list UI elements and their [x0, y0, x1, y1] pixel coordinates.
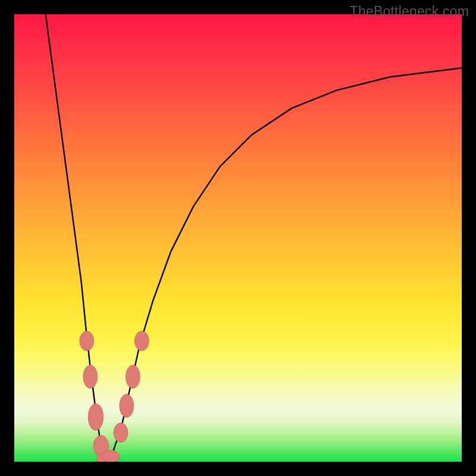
- curve-bead-9: [134, 331, 149, 351]
- curve-bead-6: [114, 423, 128, 443]
- curve-bead-8: [126, 365, 140, 389]
- outer-frame: TheBottleneck.com: [0, 0, 476, 476]
- curve-bead-2: [88, 403, 104, 430]
- curve-bead-0: [80, 331, 94, 351]
- watermark-text: TheBottleneck.com: [350, 4, 469, 20]
- plot-area: [14, 14, 462, 462]
- bottleneck-curve-line: [46, 14, 462, 459]
- bottleneck-curve-svg: [14, 14, 462, 462]
- curve-bead-7: [120, 394, 134, 417]
- curve-bead-5: [102, 450, 120, 462]
- curve-bead-1: [83, 365, 98, 389]
